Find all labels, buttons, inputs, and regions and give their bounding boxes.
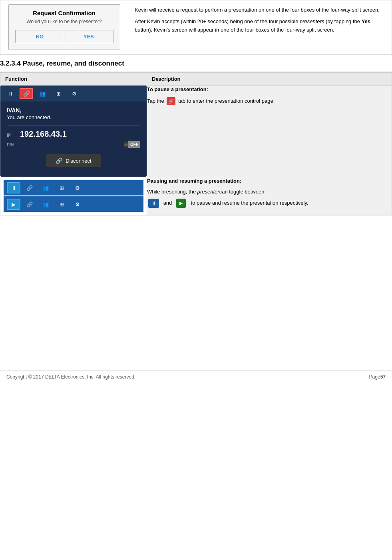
device-toolbar-1: ⏸ 🔗 👥 ⊞ ⚙ — [0, 86, 147, 102]
top-right-description: Kevin will receive a request to perform … — [128, 0, 392, 54]
users-icon-2: 👥 — [42, 185, 49, 191]
desc-title-2: Pausing and resuming a presentation: — [147, 177, 392, 185]
grid-icon: ⊞ — [56, 91, 61, 97]
play-active-icon: ▶ — [12, 201, 16, 207]
device-ip-label: IP — [7, 133, 17, 138]
users-icon: 👥 — [39, 91, 46, 97]
grid-icon-2: ⊞ — [60, 185, 64, 191]
toolbar-users-btn[interactable]: 👥 — [36, 88, 49, 99]
col-function-header: Function — [0, 73, 147, 86]
table-row-2: ⏸ 🔗 👥 ⊞ ⚙ — [0, 177, 392, 215]
rc-subtitle: Would you like to be the presenter? — [15, 19, 113, 24]
desc-body-1: Tap the 🔗 tab to enter the presentation … — [147, 97, 392, 106]
main-table: Function Description ⏸ 🔗 👥 — [0, 72, 392, 215]
toolbar-pause-active-btn[interactable]: ⏸ — [7, 182, 20, 193]
link-icon: 🔗 — [23, 90, 30, 97]
device-connected-text: You are connected. — [7, 114, 140, 120]
toolbar-link-btn-2[interactable]: 🔗 — [23, 182, 36, 193]
desc-body-2b: ⏸ and ▶ to pause and resume the presenta… — [147, 199, 392, 208]
toolbar-pause-btn[interactable]: ⏸ — [4, 88, 17, 99]
pause-icon: ⏸ — [8, 91, 13, 97]
footer: Copyright © 2017 DELTA Electronics, Inc.… — [0, 371, 392, 383]
device-ip-value: 192.168.43.1 — [20, 130, 67, 139]
col-description-header: Description — [147, 73, 392, 86]
toolbar-link-btn-highlight[interactable]: 🔗 — [20, 88, 33, 99]
pause-active-icon: ⏸ — [11, 185, 16, 191]
device-screen-row2: ⏸ 🔗 👥 ⊞ ⚙ — [4, 180, 143, 212]
table-row-1: ⏸ 🔗 👥 ⊞ ⚙ — [0, 86, 392, 177]
rc-buttons: NO YES — [15, 30, 113, 43]
device-content-1: IVAN, You are connected. IP 192.168.43.1… — [0, 102, 147, 177]
function-cell-2: ⏸ 🔗 👥 ⊞ ⚙ — [0, 177, 147, 215]
toolbar-users-btn-2[interactable]: 👥 — [39, 182, 52, 193]
rc-title: Request Confirmation — [15, 10, 113, 16]
settings-icon-3: ⚙ — [75, 201, 80, 207]
settings-icon-2: ⚙ — [75, 185, 80, 191]
top-desc-para1: Kevin will receive a request to perform … — [135, 6, 385, 14]
toolbar-settings-btn-2[interactable]: ⚙ — [71, 182, 84, 193]
toolbar-settings-btn-3[interactable]: ⚙ — [71, 199, 84, 210]
inline-play-btn: ▶ — [176, 199, 186, 208]
device-ip-row: IP 192.168.43.1 — [7, 130, 140, 139]
toolbar-play-active-btn[interactable]: ▶ — [7, 199, 20, 210]
device-user-name: IVAN, — [7, 107, 140, 114]
device-pin-row: PIN ---- OFF — [7, 141, 140, 148]
toggle-off-label: OFF — [128, 141, 140, 148]
request-confirmation-box: Request Confirmation Would you like to b… — [8, 4, 120, 50]
toolbar-link-btn-3[interactable]: 🔗 — [23, 199, 36, 210]
device-screen-1: ⏸ 🔗 👥 ⊞ ⚙ — [0, 86, 147, 177]
toggle-on-label — [124, 143, 128, 146]
rc-yes-button[interactable]: YES — [64, 30, 113, 43]
grid-icon-3: ⊞ — [60, 201, 64, 207]
rc-no-button[interactable]: NO — [16, 30, 65, 43]
toolbar-users-btn-3[interactable]: 👥 — [39, 199, 52, 210]
disconnect-icon: 🔗 — [56, 157, 62, 164]
toolbar-row-play: ▶ 🔗 👥 ⊞ ⚙ — [4, 196, 143, 212]
top-desc-para2: After Kevin accepts (within 20+ seconds)… — [135, 18, 385, 34]
link-icon-inline: 🔗 — [168, 98, 174, 105]
toolbar-grid-btn-3[interactable]: ⊞ — [55, 199, 68, 210]
tap-link-icon-inline: 🔗 — [167, 97, 175, 105]
footer-copyright: Copyright © 2017 DELTA Electronics, Inc.… — [6, 374, 135, 380]
settings-icon: ⚙ — [72, 91, 77, 97]
top-section: Request Confirmation Would you like to b… — [0, 0, 392, 54]
disconnect-btn-container: 🔗 Disconnect — [7, 154, 140, 171]
toolbar-grid-btn[interactable]: ⊞ — [52, 88, 65, 99]
desc-cell-2: Pausing and resuming a presentation: Whi… — [147, 177, 392, 215]
toolbar-row-pause: ⏸ 🔗 👥 ⊞ ⚙ — [4, 180, 143, 195]
link-icon-3: 🔗 — [26, 201, 33, 207]
top-left-panel: Request Confirmation Would you like to b… — [0, 0, 128, 54]
footer-page: Page57 — [369, 374, 386, 380]
users-icon-3: 👥 — [42, 201, 49, 207]
device-pin-value: ---- — [20, 141, 124, 147]
desc-body-2: While presenting, the presentercan toggl… — [147, 188, 392, 196]
device-divider — [7, 125, 140, 126]
device-toggle[interactable]: OFF — [124, 141, 140, 148]
toolbar-grid-btn-2[interactable]: ⊞ — [55, 182, 68, 193]
function-cell-1: ⏸ 🔗 👥 ⊞ ⚙ — [0, 86, 147, 177]
desc-cell-1: To pause a presentation: Tap the 🔗 tab t… — [147, 86, 392, 177]
section-heading: 3.2.3.4 Pause, resume, and disconnect — [0, 54, 392, 72]
toolbar-settings-btn[interactable]: ⚙ — [68, 88, 81, 99]
device-pin-label: PIN — [7, 142, 17, 147]
disconnect-label: Disconnect — [66, 158, 91, 164]
link-icon-2: 🔗 — [26, 185, 33, 191]
inline-pause-btn: ⏸ — [148, 199, 159, 208]
disconnect-button[interactable]: 🔗 Disconnect — [46, 154, 101, 167]
desc-title-1: To pause a presentation: — [147, 86, 392, 94]
